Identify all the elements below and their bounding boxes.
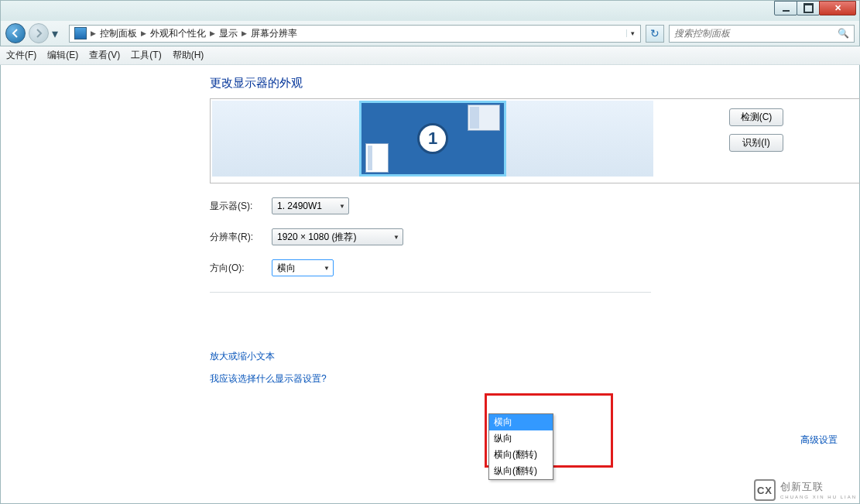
orientation-select[interactable]: 横向 bbox=[272, 259, 334, 276]
chevron-right-icon: ▶ bbox=[242, 29, 247, 37]
resolution-select[interactable]: 1920 × 1080 (推荐) bbox=[272, 228, 403, 245]
content-area: 更改显示器的外观 1 检测(C) 识别(I) 显示器(S): 1. 2490W1… bbox=[0, 65, 860, 504]
display-value: 1. 2490W1 bbox=[277, 201, 322, 211]
chevron-right-icon: ▶ bbox=[210, 29, 215, 37]
chevron-right-icon: ▶ bbox=[91, 29, 96, 37]
breadcrumb-resolution[interactable]: 屏幕分辨率 bbox=[248, 26, 300, 42]
watermark-sub: CHUANG XIN HU LIAN bbox=[780, 494, 857, 500]
separator bbox=[210, 292, 651, 293]
resolution-row: 分辨率(R): 1920 × 1080 (推荐) bbox=[210, 228, 860, 245]
close-button[interactable] bbox=[819, 1, 856, 15]
search-icon: 🔍 bbox=[838, 28, 849, 39]
navigation-bar: ▾ ▶ 控制面板 ▶ 外观和个性化 ▶ 显示 ▶ 屏幕分辨率 ▾ ↻ 🔍 bbox=[0, 21, 860, 46]
orientation-option-portrait-flipped[interactable]: 纵向(翻转) bbox=[489, 463, 553, 479]
watermark: CX 创新互联 CHUANG XIN HU LIAN bbox=[754, 479, 857, 501]
orientation-dropdown-list[interactable]: 横向 纵向 横向(翻转) 纵向(翻转) bbox=[488, 413, 553, 480]
address-dropdown[interactable]: ▾ bbox=[626, 29, 639, 37]
watermark-logo-icon: CX bbox=[754, 479, 776, 501]
identify-button[interactable]: 识别(I) bbox=[729, 134, 783, 152]
back-button[interactable] bbox=[5, 23, 26, 43]
watermark-brand: 创新互联 bbox=[780, 481, 824, 492]
orientation-row: 方向(O): 横向 bbox=[210, 259, 860, 276]
menu-file[interactable]: 文件(F) bbox=[6, 49, 36, 62]
window-titlebar bbox=[0, 0, 860, 21]
advanced-settings-link[interactable]: 高级设置 bbox=[800, 434, 838, 447]
breadcrumb-display[interactable]: 显示 bbox=[216, 26, 241, 42]
forward-button[interactable] bbox=[29, 23, 49, 43]
breadcrumb-control-panel[interactable]: 控制面板 bbox=[97, 26, 140, 42]
detect-button[interactable]: 检测(C) bbox=[729, 108, 783, 126]
orientation-label: 方向(O): bbox=[210, 262, 272, 275]
monitor-1-preview[interactable]: 1 bbox=[359, 101, 506, 177]
orientation-option-landscape-flipped[interactable]: 横向(翻转) bbox=[489, 447, 553, 463]
refresh-button[interactable]: ↻ bbox=[646, 25, 664, 43]
display-row: 显示器(S): 1. 2490W1 bbox=[210, 197, 860, 214]
arrow-left-icon bbox=[10, 28, 21, 39]
minimize-button[interactable] bbox=[774, 1, 797, 15]
control-panel-icon bbox=[74, 27, 87, 39]
menu-edit[interactable]: 编辑(E) bbox=[47, 49, 78, 62]
display-select[interactable]: 1. 2490W1 bbox=[272, 197, 349, 214]
arrow-right-icon bbox=[33, 28, 44, 39]
orientation-option-landscape[interactable]: 横向 bbox=[489, 414, 553, 430]
display-label: 显示器(S): bbox=[210, 200, 272, 213]
which-settings-link[interactable]: 我应该选择什么显示器设置? bbox=[210, 372, 860, 386]
search-input[interactable] bbox=[674, 28, 838, 39]
monitor-preview-area[interactable]: 1 bbox=[212, 101, 653, 177]
orientation-option-portrait[interactable]: 纵向 bbox=[489, 430, 553, 447]
monitor-side-buttons: 检测(C) 识别(I) bbox=[653, 101, 793, 181]
menu-help[interactable]: 帮助(H) bbox=[173, 49, 204, 62]
history-dropdown[interactable]: ▾ bbox=[52, 25, 63, 42]
chevron-right-icon: ▶ bbox=[141, 29, 146, 37]
menu-tools[interactable]: 工具(T) bbox=[131, 49, 161, 62]
monitor-preview-frame: 1 检测(C) 识别(I) bbox=[210, 98, 860, 183]
breadcrumb-appearance[interactable]: 外观和个性化 bbox=[147, 26, 209, 42]
window-thumb-icon bbox=[468, 105, 500, 131]
help-links: 放大或缩小文本 我应该选择什么显示器设置? bbox=[210, 350, 860, 386]
maximize-button[interactable] bbox=[797, 1, 820, 15]
resolution-value: 1920 × 1080 (推荐) bbox=[277, 231, 356, 244]
page-title: 更改显示器的外观 bbox=[210, 76, 860, 91]
monitor-number-badge: 1 bbox=[417, 123, 448, 154]
menu-bar: 文件(F) 编辑(E) 查看(V) 工具(T) 帮助(H) bbox=[0, 46, 860, 65]
resize-text-link[interactable]: 放大或缩小文本 bbox=[210, 350, 860, 363]
resolution-label: 分辨率(R): bbox=[210, 231, 272, 244]
address-bar[interactable]: ▶ 控制面板 ▶ 外观和个性化 ▶ 显示 ▶ 屏幕分辨率 ▾ bbox=[69, 25, 641, 43]
window-thumb-icon bbox=[365, 143, 389, 173]
orientation-value: 横向 bbox=[277, 262, 296, 275]
menu-view[interactable]: 查看(V) bbox=[89, 49, 120, 62]
search-box[interactable]: 🔍 bbox=[669, 25, 855, 43]
